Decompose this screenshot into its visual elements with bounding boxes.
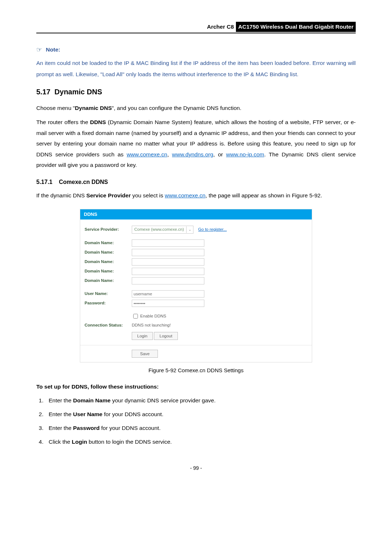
- section-title: Dynamic DNS: [54, 88, 102, 96]
- paragraph-ddns-desc: The router offers the DDNS (Dynamic Doma…: [36, 117, 356, 170]
- link-noip[interactable]: www.no-ip.com: [226, 151, 264, 157]
- label-domain-name-1: Domain Name:: [85, 240, 132, 246]
- note-label: Note:: [46, 46, 60, 53]
- label-domain-name-3: Domain Name:: [85, 259, 132, 265]
- input-domain-name-3[interactable]: [132, 258, 204, 266]
- list-item: Enter the Domain Name your dynamic DNS s…: [45, 396, 356, 405]
- header-model: Archer C8: [207, 24, 236, 30]
- input-domain-name-1[interactable]: [132, 239, 204, 247]
- link-dyndns[interactable]: www.dyndns.org: [172, 151, 213, 157]
- figure-ddns-settings: DDNS Service Provider: Comexe (www.comex…: [80, 209, 312, 362]
- subsection-title: Comexe.cn DDNS: [59, 179, 108, 185]
- label-connection-status: Connection Status:: [85, 322, 132, 329]
- link-comexe-inline[interactable]: www.comexe.cn: [165, 192, 205, 198]
- list-item: Enter the User Name for your DDNS accoun…: [45, 410, 356, 419]
- instructions-list: Enter the Domain Name your dynamic DNS s…: [45, 396, 356, 446]
- section-number: 5.17: [36, 88, 50, 96]
- status-value: DDNS not launching!: [132, 323, 171, 327]
- section-heading: 5.17 Dynamic DNS: [36, 86, 356, 98]
- link-go-to-register[interactable]: Go to register...: [198, 227, 227, 231]
- list-item: Enter the Password for your DDNS account…: [45, 424, 356, 432]
- label-user-name: User Name:: [85, 291, 132, 297]
- select-service-provider[interactable]: Comexe (www.comexe.cn) ⌄: [132, 226, 193, 234]
- list-item: Click the Login button to login the DDNS…: [45, 438, 356, 446]
- select-value: Comexe (www.comexe.cn): [132, 226, 186, 233]
- input-domain-name-4[interactable]: [132, 268, 204, 275]
- figure-caption: Figure 5-92 Comexe.cn DDNS Settings: [36, 366, 356, 374]
- input-domain-name-2[interactable]: [132, 249, 204, 256]
- input-domain-name-5[interactable]: [132, 277, 204, 284]
- note-block: ☞ Note: An item could not be loaded to t…: [36, 45, 356, 80]
- login-button[interactable]: Login: [132, 332, 153, 340]
- paragraph-intro: Choose menu "Dynamic DNS", and you can c…: [36, 103, 356, 113]
- logout-button[interactable]: Logout: [154, 332, 177, 340]
- label-password: Password:: [85, 300, 132, 307]
- input-password[interactable]: [132, 300, 204, 307]
- header-product: AC1750 Wireless Dual Band Gigabit Router: [236, 22, 356, 32]
- checkbox-enable-ddns[interactable]: [133, 314, 138, 319]
- label-domain-name-5: Domain Name:: [85, 278, 132, 284]
- paragraph-comexe-intro: If the dynamic DNS Service Provider you …: [36, 190, 356, 201]
- chevron-down-icon: ⌄: [186, 226, 193, 233]
- instructions-heading: To set up for DDNS, follow these instruc…: [36, 382, 356, 391]
- page-number: - 99 -: [36, 464, 356, 472]
- hand-point-right-icon: ☞: [36, 46, 42, 53]
- page-header: Archer C8AC1750 Wireless Dual Band Gigab…: [36, 22, 356, 33]
- card-title: DDNS: [80, 209, 312, 219]
- subsection-heading: 5.17.1 Comexe.cn DDNS: [36, 178, 356, 187]
- label-enable-ddns: Enable DDNS: [140, 314, 166, 318]
- subsection-number: 5.17.1: [36, 179, 52, 185]
- save-button[interactable]: Save: [132, 350, 158, 358]
- label-domain-name-2: Domain Name:: [85, 249, 132, 256]
- label-domain-name-4: Domain Name:: [85, 268, 132, 275]
- note-text: An item could not be loaded to the IP & …: [36, 57, 356, 80]
- input-user-name[interactable]: [132, 290, 204, 297]
- link-comexe[interactable]: www.comexe.cn: [127, 151, 167, 157]
- label-service-provider: Service Provider:: [85, 226, 132, 233]
